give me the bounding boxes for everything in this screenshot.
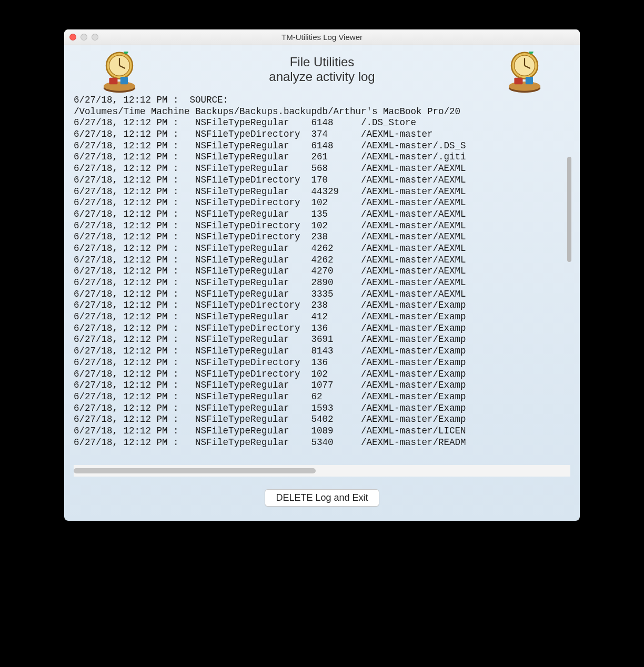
app-window: TM-Utilities Log Viewer xyxy=(64,29,580,521)
app-icon-right xyxy=(501,52,548,94)
log-container: 6/27/18, 12:12 PM : SOURCE: /Volumes/Tim… xyxy=(74,95,570,474)
header: File Utilities analyze activity log xyxy=(64,45,580,88)
svg-rect-16 xyxy=(526,77,533,84)
delete-log-exit-button[interactable]: DELETE Log and Exit xyxy=(265,489,379,507)
horizontal-scrollbar[interactable] xyxy=(74,468,316,473)
header-sub: analyze activity log xyxy=(269,69,375,84)
minimize-icon[interactable] xyxy=(80,34,87,41)
header-titles: File Utilities analyze activity log xyxy=(269,55,375,84)
svg-rect-7 xyxy=(120,77,128,84)
titlebar[interactable]: TM-Utilities Log Viewer xyxy=(64,29,580,45)
traffic-lights xyxy=(64,34,98,41)
app-icon-left xyxy=(96,52,143,94)
svg-point-1 xyxy=(104,82,135,91)
time-machine-clock-icon xyxy=(96,52,143,94)
zoom-icon[interactable] xyxy=(92,34,98,41)
svg-rect-15 xyxy=(514,78,522,84)
time-machine-clock-icon xyxy=(501,52,548,94)
footer: DELETE Log and Exit xyxy=(64,474,580,521)
vertical-scrollbar[interactable] xyxy=(567,157,571,262)
close-icon[interactable] xyxy=(69,34,76,41)
header-main: File Utilities xyxy=(269,55,375,69)
window-title: TM-Utilities Log Viewer xyxy=(64,33,580,42)
log-text[interactable]: 6/27/18, 12:12 PM : SOURCE: /Volumes/Tim… xyxy=(74,95,570,474)
svg-rect-6 xyxy=(109,78,117,84)
svg-point-10 xyxy=(509,82,540,91)
